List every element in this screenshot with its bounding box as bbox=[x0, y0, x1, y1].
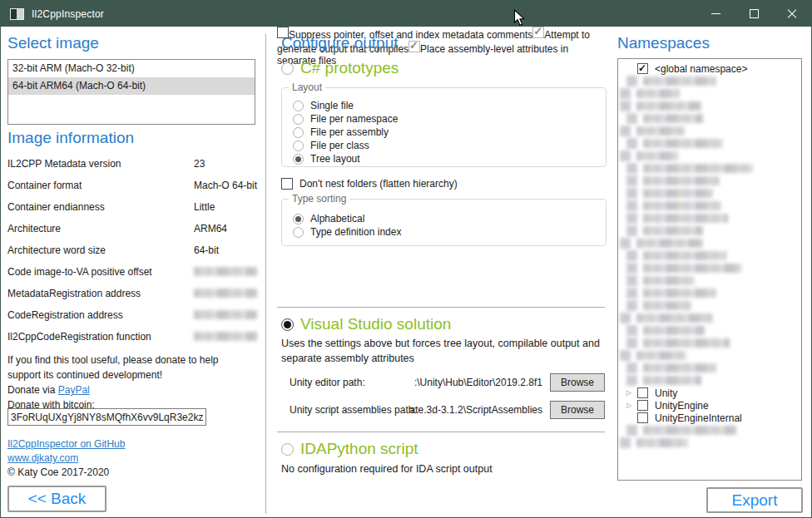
namespace-row-redacted[interactable] bbox=[618, 150, 801, 162]
checkbox[interactable] bbox=[408, 41, 420, 52]
namespace-checkbox-redacted bbox=[626, 213, 637, 224]
namespace-row-redacted[interactable] bbox=[618, 362, 801, 374]
radio-button[interactable] bbox=[293, 127, 304, 138]
info-label: MetadataRegistration address bbox=[7, 288, 141, 299]
namespace-checkbox-redacted bbox=[620, 88, 631, 99]
namespace-row-redacted[interactable] bbox=[618, 237, 801, 249]
namespace-row-redacted[interactable] bbox=[618, 212, 801, 224]
namespace-row-redacted[interactable] bbox=[618, 374, 801, 387]
namespace-row-redacted[interactable] bbox=[618, 324, 801, 337]
namespace-row-redacted[interactable] bbox=[618, 187, 801, 200]
radio-button[interactable] bbox=[293, 101, 304, 111]
csharp-prototypes-radio[interactable] bbox=[281, 62, 294, 75]
path-field-row: Unity script assemblies path:ate.3d-3.1.… bbox=[281, 401, 605, 419]
namespace-row-redacted[interactable] bbox=[618, 337, 801, 349]
checkbox[interactable] bbox=[281, 178, 293, 190]
csharp-prototypes-option[interactable]: C# prototypes bbox=[281, 59, 399, 77]
namespace-row-redacted[interactable] bbox=[618, 274, 801, 287]
image-list-item[interactable]: 32-bit ARM (Mach-O 32-bit) bbox=[8, 60, 255, 77]
namespace-label-redacted bbox=[643, 76, 716, 86]
namespace-row-redacted[interactable] bbox=[618, 175, 801, 187]
checkbox[interactable] bbox=[277, 27, 289, 38]
radio-button[interactable] bbox=[293, 214, 304, 224]
namespace-row-redacted[interactable] bbox=[618, 299, 801, 312]
radio-button[interactable] bbox=[293, 114, 304, 125]
info-row: Container formatMach-O 64-bit bbox=[7, 175, 257, 197]
namespace-row-redacted[interactable] bbox=[618, 249, 801, 262]
tree-expander-icon[interactable]: ▷ bbox=[626, 400, 637, 411]
namespace-label-redacted bbox=[643, 226, 703, 235]
dont-nest-checkbox-row[interactable]: Don't nest folders (flatten hierarchy) bbox=[281, 176, 458, 191]
namespace-checkbox-redacted bbox=[626, 275, 637, 286]
radio-option[interactable]: File per class bbox=[282, 139, 606, 152]
bitcoin-address-input[interactable] bbox=[7, 408, 206, 426]
close-icon bbox=[787, 9, 797, 19]
paypal-link[interactable]: PayPal bbox=[58, 384, 90, 396]
namespace-label-redacted bbox=[636, 101, 701, 111]
radio-option[interactable]: File per assembly bbox=[282, 126, 606, 139]
idapython-option[interactable]: IDAPython script bbox=[281, 440, 418, 458]
namespace-row[interactable]: UnityEngineInternal bbox=[618, 412, 801, 424]
tree-expander-icon[interactable]: ▷ bbox=[626, 387, 637, 398]
namespace-label-redacted bbox=[643, 139, 723, 148]
idapython-radio[interactable] bbox=[281, 443, 294, 456]
namespace-row-redacted[interactable] bbox=[618, 162, 801, 175]
namespace-label: UnityEngine bbox=[655, 400, 709, 412]
maximize-button[interactable] bbox=[735, 1, 773, 27]
close-button[interactable] bbox=[773, 1, 811, 27]
back-button[interactable]: << Back bbox=[7, 486, 106, 512]
namespace-checkbox[interactable] bbox=[637, 63, 648, 74]
namespace-row[interactable]: ▷Unity bbox=[618, 387, 801, 399]
radio-option[interactable]: Alphabetical bbox=[282, 212, 606, 225]
namespace-checkbox[interactable] bbox=[637, 400, 648, 411]
checkbox[interactable] bbox=[532, 27, 544, 38]
browse-button[interactable]: Browse bbox=[550, 401, 605, 419]
visual-studio-radio[interactable] bbox=[281, 318, 294, 331]
namespace-checkbox[interactable] bbox=[637, 387, 648, 398]
checkbox-label: Don't nest folders (flatten hierarchy) bbox=[300, 178, 458, 190]
namespace-label-redacted bbox=[636, 351, 686, 360]
radio-button[interactable] bbox=[293, 227, 304, 238]
namespaces-heading: Namespaces bbox=[617, 34, 710, 52]
radio-option[interactable]: Type definition index bbox=[282, 225, 606, 239]
namespace-row-redacted[interactable] bbox=[618, 100, 801, 112]
namespace-checkbox[interactable] bbox=[637, 412, 648, 423]
namespace-row-redacted[interactable] bbox=[618, 312, 801, 324]
radio-option[interactable]: File per namespace bbox=[282, 112, 606, 126]
browse-button[interactable]: Browse bbox=[550, 373, 605, 392]
visual-studio-option[interactable]: Visual Studio solution bbox=[281, 315, 451, 333]
namespace-row[interactable]: ▷UnityEngine bbox=[618, 399, 801, 412]
namespace-row-redacted[interactable] bbox=[618, 200, 801, 212]
namespace-row-redacted[interactable] bbox=[618, 112, 801, 125]
namespace-row[interactable]: <global namespace> bbox=[618, 62, 801, 75]
image-listbox[interactable]: 32-bit ARM (Mach-O 32-bit)64-bit ARM64 (… bbox=[7, 59, 255, 125]
radio-option[interactable]: Tree layout bbox=[282, 152, 606, 165]
namespace-row-redacted[interactable] bbox=[618, 75, 801, 87]
namespace-label-redacted bbox=[643, 276, 695, 285]
namespace-row-redacted[interactable] bbox=[618, 224, 801, 237]
namespace-row-redacted[interactable] bbox=[618, 137, 801, 150]
radio-button[interactable] bbox=[293, 154, 304, 165]
content-area: Select image 32-bit ARM (Mach-O 32-bit)6… bbox=[1, 27, 811, 517]
namespace-row-redacted[interactable] bbox=[618, 437, 801, 449]
namespace-row-redacted[interactable] bbox=[618, 125, 801, 137]
namespaces-section: Namespaces <global namespace>▷Unity▷Unit… bbox=[617, 27, 804, 518]
namespace-row-redacted[interactable] bbox=[618, 87, 801, 100]
namespace-row-redacted[interactable] bbox=[618, 262, 801, 274]
namespace-checkbox-redacted bbox=[626, 113, 637, 124]
namespace-row-redacted[interactable] bbox=[618, 424, 801, 437]
export-button[interactable]: Export bbox=[706, 487, 803, 513]
github-link[interactable]: Il2CppInspector on GitHub bbox=[7, 438, 125, 450]
radio-button[interactable] bbox=[293, 141, 304, 151]
namespace-row-redacted[interactable] bbox=[618, 287, 801, 299]
radio-option[interactable]: Single file bbox=[282, 99, 606, 112]
namespaces-tree[interactable]: <global namespace>▷Unity▷UnityEngineUnit… bbox=[617, 58, 802, 481]
info-value-redacted bbox=[194, 289, 257, 298]
minimize-button[interactable] bbox=[696, 1, 735, 27]
info-row: Container endiannessLittle bbox=[7, 197, 257, 219]
namespace-row-redacted[interactable] bbox=[618, 349, 801, 362]
visual-studio-desc-2: separate assembly attributes bbox=[281, 353, 414, 364]
website-link[interactable]: www.djkaty.com bbox=[7, 452, 78, 464]
image-list-item[interactable]: 64-bit ARM64 (Mach-O 64-bit) bbox=[8, 77, 255, 95]
namespace-label-redacted bbox=[636, 126, 685, 136]
